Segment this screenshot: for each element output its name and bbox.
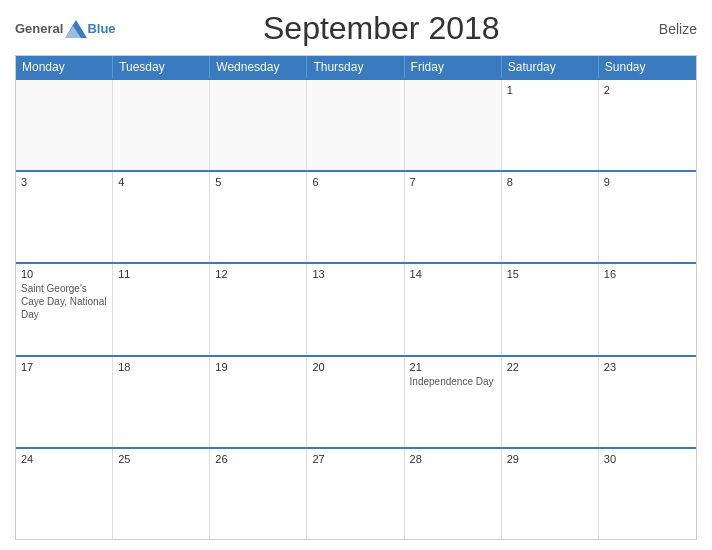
day-number: 6 — [312, 176, 398, 188]
day-number: 23 — [604, 361, 691, 373]
day-number: 22 — [507, 361, 593, 373]
day-number: 30 — [604, 453, 691, 465]
day-number: 10 — [21, 268, 107, 280]
header-thursday: Thursday — [307, 56, 404, 78]
cal-cell-sep-29: 29 — [502, 449, 599, 539]
cal-cell-sep-19: 19 — [210, 357, 307, 447]
calendar-header: Monday Tuesday Wednesday Thursday Friday… — [16, 56, 696, 78]
cal-cell-sep-10: 10 Saint George's Caye Day, National Day — [16, 264, 113, 354]
cal-cell — [307, 80, 404, 170]
cal-cell — [210, 80, 307, 170]
day-number: 19 — [215, 361, 301, 373]
week-row-3: 10 Saint George's Caye Day, National Day… — [16, 262, 696, 354]
cal-cell-sep-11: 11 — [113, 264, 210, 354]
calendar: Monday Tuesday Wednesday Thursday Friday… — [15, 55, 697, 540]
page: General Blue September 2018 Belize Monda… — [0, 0, 712, 550]
logo: General Blue — [15, 20, 116, 38]
day-number: 4 — [118, 176, 204, 188]
cal-cell-sep-1: 1 — [502, 80, 599, 170]
day-number: 14 — [410, 268, 496, 280]
day-number: 25 — [118, 453, 204, 465]
day-number: 12 — [215, 268, 301, 280]
cal-cell-sep-17: 17 — [16, 357, 113, 447]
event-saint-georges: Saint George's Caye Day, National Day — [21, 283, 106, 320]
day-number: 29 — [507, 453, 593, 465]
week-row-2: 3 4 5 6 7 8 9 — [16, 170, 696, 262]
day-number: 13 — [312, 268, 398, 280]
day-number: 26 — [215, 453, 301, 465]
cal-cell-sep-16: 16 — [599, 264, 696, 354]
cal-cell-sep-15: 15 — [502, 264, 599, 354]
cal-cell-sep-25: 25 — [113, 449, 210, 539]
header: General Blue September 2018 Belize — [15, 10, 697, 47]
day-number: 18 — [118, 361, 204, 373]
cal-cell — [405, 80, 502, 170]
cal-cell-sep-23: 23 — [599, 357, 696, 447]
cal-cell-sep-2: 2 — [599, 80, 696, 170]
cal-cell-sep-21: 21 Independence Day — [405, 357, 502, 447]
cal-cell-sep-26: 26 — [210, 449, 307, 539]
day-number: 20 — [312, 361, 398, 373]
cal-cell — [113, 80, 210, 170]
day-number: 11 — [118, 268, 204, 280]
week-row-4: 17 18 19 20 21 Independence Day 22 — [16, 355, 696, 447]
cal-cell-sep-6: 6 — [307, 172, 404, 262]
cal-cell-sep-30: 30 — [599, 449, 696, 539]
cal-cell-sep-5: 5 — [210, 172, 307, 262]
cal-cell-sep-27: 27 — [307, 449, 404, 539]
day-number: 21 — [410, 361, 496, 373]
day-number: 28 — [410, 453, 496, 465]
day-number: 24 — [21, 453, 107, 465]
cal-cell-sep-4: 4 — [113, 172, 210, 262]
day-number: 15 — [507, 268, 593, 280]
day-number: 17 — [21, 361, 107, 373]
header-sunday: Sunday — [599, 56, 696, 78]
header-friday: Friday — [405, 56, 502, 78]
cal-cell-sep-20: 20 — [307, 357, 404, 447]
logo-icon — [65, 20, 87, 38]
day-number: 9 — [604, 176, 691, 188]
header-monday: Monday — [16, 56, 113, 78]
country-label: Belize — [647, 21, 697, 37]
day-number: 2 — [604, 84, 691, 96]
cal-cell — [16, 80, 113, 170]
calendar-title: September 2018 — [116, 10, 647, 47]
header-saturday: Saturday — [502, 56, 599, 78]
day-number: 8 — [507, 176, 593, 188]
cal-cell-sep-28: 28 — [405, 449, 502, 539]
cal-cell-sep-12: 12 — [210, 264, 307, 354]
cal-cell-sep-7: 7 — [405, 172, 502, 262]
day-number: 5 — [215, 176, 301, 188]
cal-cell-sep-14: 14 — [405, 264, 502, 354]
day-number: 27 — [312, 453, 398, 465]
cal-cell-sep-22: 22 — [502, 357, 599, 447]
cal-cell-sep-18: 18 — [113, 357, 210, 447]
cal-cell-sep-24: 24 — [16, 449, 113, 539]
logo-general-text: General — [15, 21, 63, 36]
week-row-1: 1 2 — [16, 78, 696, 170]
week-row-5: 24 25 26 27 28 29 30 — [16, 447, 696, 539]
calendar-body: 1 2 3 4 5 6 — [16, 78, 696, 539]
day-number: 16 — [604, 268, 691, 280]
logo-blue-text: Blue — [87, 21, 115, 36]
event-independence-day: Independence Day — [410, 376, 494, 387]
day-number: 3 — [21, 176, 107, 188]
cal-cell-sep-8: 8 — [502, 172, 599, 262]
cal-cell-sep-3: 3 — [16, 172, 113, 262]
day-number: 7 — [410, 176, 496, 188]
header-wednesday: Wednesday — [210, 56, 307, 78]
cal-cell-sep-9: 9 — [599, 172, 696, 262]
cal-cell-sep-13: 13 — [307, 264, 404, 354]
header-tuesday: Tuesday — [113, 56, 210, 78]
day-number: 1 — [507, 84, 593, 96]
